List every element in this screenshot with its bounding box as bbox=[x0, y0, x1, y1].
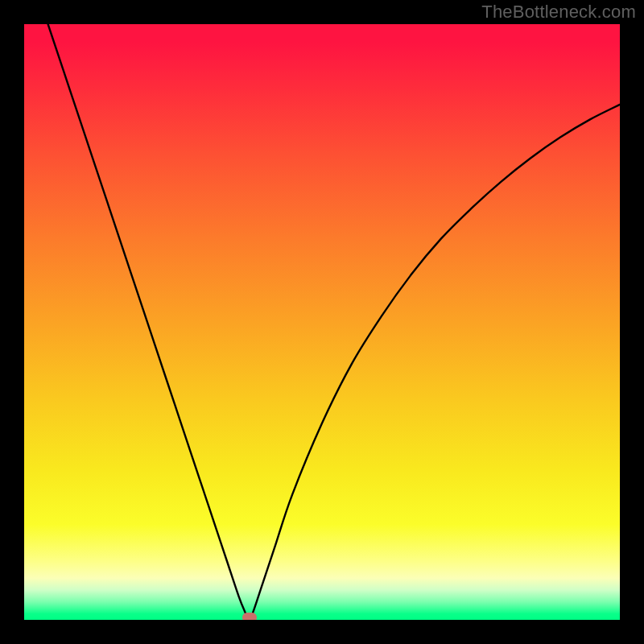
optimal-point-marker bbox=[242, 613, 257, 620]
bottleneck-curve-path bbox=[48, 24, 620, 620]
curve-svg bbox=[24, 24, 620, 620]
watermark-text: TheBottleneck.com bbox=[481, 2, 636, 23]
plot-area bbox=[24, 24, 620, 620]
chart-container: TheBottleneck.com bbox=[0, 0, 644, 644]
